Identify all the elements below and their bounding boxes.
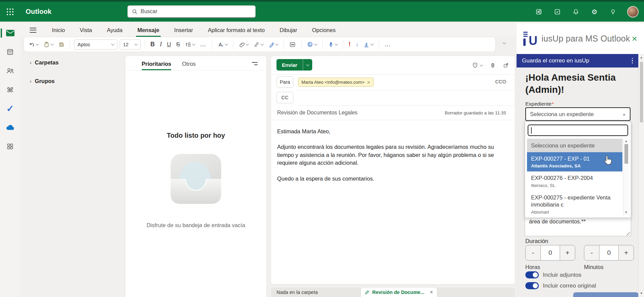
tab-aplicar-formato[interactable]: Aplicar formato al texto <box>207 26 265 35</box>
search-input[interactable] <box>141 8 251 15</box>
send-options-caret[interactable] <box>303 59 312 71</box>
dropdown-option[interactable]: EXP-000275 - expediente Venta inmobiliar… <box>527 191 622 215</box>
app-launcher-button[interactable] <box>0 2 20 22</box>
settings-gear-icon[interactable]: ⚙ <box>590 7 599 16</box>
cc-row: CC <box>271 90 515 106</box>
italic-button[interactable]: I <box>158 40 163 49</box>
onenote-feed-icon[interactable] <box>534 7 543 16</box>
to-button[interactable]: Para <box>276 76 293 88</box>
highlighter-button[interactable] <box>267 40 280 49</box>
hours-increment-button[interactable]: + <box>560 245 575 260</box>
tab-insertar[interactable]: Insertar <box>174 26 194 35</box>
scroll-up-icon[interactable]: ▲ <box>625 140 628 143</box>
expediente-select[interactable]: Selecciona un expediente ▲ <box>525 107 631 121</box>
close-addin-icon[interactable]: × <box>632 34 637 44</box>
signature-button[interactable] <box>362 40 375 49</box>
cc-button[interactable]: CC <box>276 92 293 103</box>
rail-onedrive-button[interactable] <box>3 121 17 134</box>
importance-button[interactable]: ! <box>347 41 352 48</box>
bold-button[interactable]: B <box>149 40 156 49</box>
loop-component-button[interactable] <box>288 40 297 49</box>
tab-opciones[interactable]: Opciones <box>312 26 336 35</box>
expand-down-button[interactable]: ↓ <box>354 40 360 49</box>
hours-decrement-button[interactable]: - <box>526 245 540 260</box>
minutes-decrement-button[interactable]: - <box>584 245 599 260</box>
hours-value-field[interactable]: 0 <box>540 245 560 260</box>
close-draft-tab-icon[interactable]: × <box>430 289 433 295</box>
scroll-up-icon[interactable]: ▲ <box>640 56 643 59</box>
insert-link-button[interactable] <box>252 40 265 49</box>
collapse-ribbon-icon[interactable] <box>503 41 506 44</box>
save-button[interactable] <box>57 40 66 49</box>
tab-otros[interactable]: Otros <box>182 61 196 70</box>
copilot-button[interactable] <box>305 40 318 49</box>
resize-handle[interactable] <box>626 232 630 236</box>
subject-row[interactable]: Revisión de Documentos Legales Borrador … <box>271 106 515 120</box>
remove-recipient-icon[interactable]: × <box>367 79 370 85</box>
hamburger-menu-icon[interactable] <box>30 28 36 33</box>
dictate-microphone-button[interactable] <box>327 40 339 49</box>
rail-more-apps-button[interactable] <box>3 140 17 153</box>
divider <box>212 40 212 49</box>
include-attachments-row: Incluir adjuntos <box>525 271 581 278</box>
scroll-down-icon[interactable]: ▼ <box>640 292 643 295</box>
discard-trash-button[interactable] <box>490 62 496 68</box>
tab-prioritarios[interactable]: Prioritarios <box>142 61 171 70</box>
line-spacing-button[interactable] <box>184 40 196 49</box>
addin-scrollbar[interactable]: ▲ ▼ <box>638 54 644 297</box>
open-in-new-window-button[interactable] <box>503 62 509 68</box>
tips-lightbulb-icon[interactable] <box>609 7 617 16</box>
expediente-search-input[interactable] <box>528 125 628 136</box>
folders-pane: › Carpetas › Grupos <box>30 59 59 84</box>
minutes-value-field[interactable]: 0 <box>599 245 619 260</box>
tab-vista[interactable]: Vista <box>79 26 93 35</box>
encryption-shield-button[interactable]: ? <box>472 62 482 68</box>
message-body-editor[interactable]: Estimada Marta Ateo, Adjunto encontrará … <box>271 120 511 183</box>
dropdown-option[interactable]: EXP-000276 - EXP-2004 Iberiaco, SL <box>527 171 622 191</box>
scrollbar-thumb[interactable] <box>640 62 643 123</box>
dropdown-placeholder-option[interactable]: Selecciona un expediente <box>527 139 622 152</box>
attach-file-button[interactable] <box>237 40 250 49</box>
rail-mail-button[interactable] <box>3 27 17 39</box>
subject-field[interactable]: Revisión de Documentos Legales <box>277 110 357 116</box>
rail-calendar-button[interactable] <box>3 46 17 58</box>
font-name-select[interactable]: Aptos <box>74 39 117 50</box>
minutes-increment-button[interactable]: + <box>619 245 634 260</box>
notifications-bell-icon[interactable] <box>572 7 580 16</box>
rail-people-button[interactable] <box>3 64 17 77</box>
scrollbar-thumb[interactable] <box>624 144 628 164</box>
font-size-select[interactable]: 12 <box>120 39 141 50</box>
strikethrough-button[interactable]: S <box>175 40 181 49</box>
search-box[interactable] <box>127 5 256 18</box>
more-formatting-button[interactable]: … <box>199 40 208 49</box>
addin-primary-button[interactable] <box>573 292 638 297</box>
more-options-button[interactable]: … <box>383 40 392 49</box>
recipient-chip[interactable]: Marta Ateo <info@mateo.com> × <box>298 78 374 87</box>
send-button[interactable]: Enviar <box>276 59 312 71</box>
tab-mensaje[interactable]: Mensaje <box>137 26 160 35</box>
rail-groups-button[interactable] <box>3 83 17 96</box>
folders-group[interactable]: › Carpetas <box>30 59 59 66</box>
scroll-down-icon[interactable]: ▼ <box>625 211 628 214</box>
styles-button[interactable] <box>216 40 229 49</box>
bcc-toggle[interactable]: CCO <box>495 79 506 84</box>
dropdown-option-selected[interactable]: EXP-000277 - EXP - 01 Atlantis Asociados… <box>527 152 622 171</box>
tab-dibujar[interactable]: Dibujar <box>279 26 298 35</box>
paste-button[interactable] <box>42 40 55 49</box>
addin-command-bar[interactable]: Guarda el correo en iusUp <box>517 54 638 68</box>
include-attachments-toggle[interactable] <box>525 271 539 278</box>
underline-button[interactable]: U <box>166 40 172 49</box>
user-avatar[interactable] <box>627 6 639 18</box>
groups-group[interactable]: › Grupos <box>30 78 59 84</box>
open-draft-tab[interactable]: Revisión de Docume... × <box>361 288 437 297</box>
filter-icon[interactable] <box>252 62 258 65</box>
tab-ayuda[interactable]: Ayuda <box>106 26 123 35</box>
rail-todo-button[interactable]: ✓ <box>3 102 17 115</box>
kebab-menu-icon[interactable] <box>632 58 633 64</box>
undo-button[interactable] <box>27 40 40 49</box>
my-day-icon[interactable] <box>553 7 562 16</box>
compose-pane: Enviar ? Para <box>271 56 515 284</box>
include-original-toggle[interactable] <box>525 282 539 289</box>
tab-inicio[interactable]: Inicio <box>51 26 66 35</box>
dropdown-scrollbar[interactable]: ▲ ▼ <box>623 139 629 215</box>
